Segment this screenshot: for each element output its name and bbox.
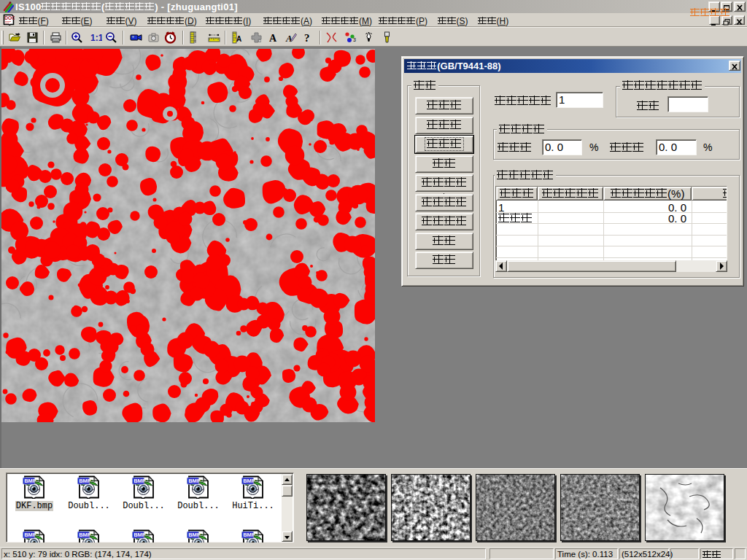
svg-text:BMP: BMP: [133, 532, 146, 538]
svg-text:3: 3: [353, 37, 356, 42]
svg-text:BMP: BMP: [79, 478, 91, 484]
svg-text:BMP: BMP: [243, 532, 255, 538]
svg-text:A: A: [285, 33, 293, 44]
svg-text:BMP: BMP: [79, 532, 91, 538]
svg-text:DOC: DOC: [4, 15, 15, 20]
svg-text:BMP: BMP: [188, 532, 201, 538]
svg-text:BMP: BMP: [24, 532, 36, 538]
svg-text:1:1: 1:1: [90, 33, 102, 43]
svg-text:A: A: [236, 35, 241, 43]
svg-text:?: ?: [304, 32, 310, 44]
svg-text:BMP: BMP: [188, 478, 201, 484]
svg-text:A: A: [269, 33, 277, 44]
svg-text:BMP: BMP: [243, 478, 255, 484]
svg-text:BMP: BMP: [24, 478, 36, 484]
svg-text:BMP: BMP: [133, 478, 146, 484]
